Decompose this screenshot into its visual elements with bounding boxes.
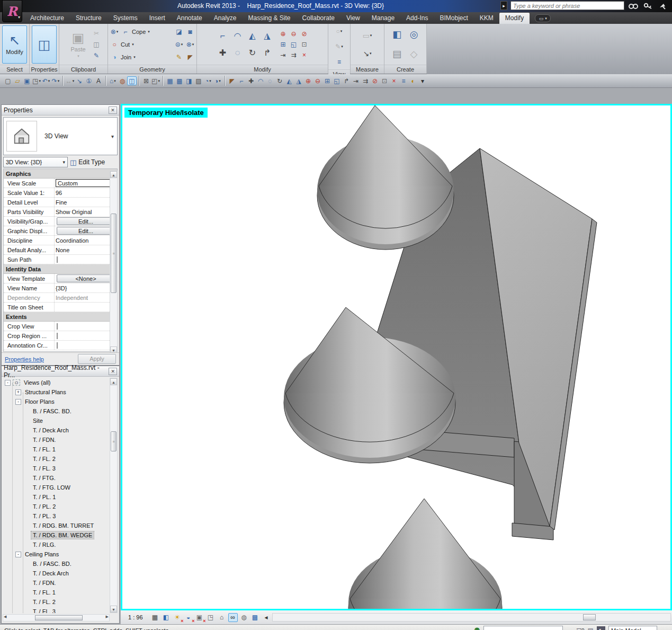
- property-value[interactable]: 96: [55, 190, 117, 196]
- infocenter-collapse-arrow-icon[interactable]: ▸: [500, 1, 507, 10]
- properties-scrollbar[interactable]: ▲ ≡ ▼: [110, 171, 118, 354]
- mirror-pick-qat-icon[interactable]: ◭: [284, 76, 294, 85]
- split-gap-qat-icon[interactable]: ⊖: [313, 76, 322, 85]
- section-header-extents[interactable]: Extents^: [4, 312, 117, 322]
- modify-button[interactable]: ↖Modify: [2, 25, 27, 64]
- move-qat-icon[interactable]: ✚: [246, 76, 256, 85]
- browser-scrollbar-thumb[interactable]: ≡: [111, 431, 117, 451]
- apply-button[interactable]: Apply: [78, 354, 116, 364]
- tree-item-label[interactable]: T. / FTG. LOW: [31, 484, 72, 491]
- override-graphics-brush-icon[interactable]: ✎▾: [335, 42, 344, 51]
- turret-roof-cone-top[interactable]: [317, 105, 454, 250]
- search-binoculars-icon[interactable]: [628, 1, 639, 10]
- active-workset-combobox[interactable]: [483, 626, 563, 630]
- tree-item-label[interactable]: T. / PL. 3: [31, 512, 57, 520]
- tree-item-label[interactable]: T. / FL. 1: [31, 589, 57, 596]
- ruler-icon[interactable]: ▭▾: [363, 31, 372, 40]
- show-crop-region-icon[interactable]: ◳: [206, 613, 216, 622]
- tree-item-label[interactable]: T. / FL. 3: [31, 465, 57, 472]
- close-icon[interactable]: ✕: [109, 368, 117, 375]
- trim-extend-corner-icon[interactable]: ↱: [261, 47, 274, 59]
- viewport-hscrollbar[interactable]: [272, 613, 671, 622]
- tree-item[interactable]: +Structural Plans: [2, 387, 119, 397]
- cut-icon[interactable]: ○: [110, 40, 119, 49]
- tree-item[interactable]: T. / RDG. BM. WEDGE: [2, 530, 119, 540]
- tree-item-label[interactable]: Ceiling Plans: [23, 551, 60, 558]
- scroll-up-icon[interactable]: ▲: [110, 171, 117, 178]
- property-value[interactable]: Edit...: [55, 227, 117, 235]
- mirror-draw-axis-icon[interactable]: ◮: [261, 30, 274, 42]
- tree-item-label[interactable]: Site: [31, 417, 44, 424]
- property-edit-button[interactable]: Edit...: [57, 227, 115, 235]
- locked-3d-view-icon[interactable]: ⌂: [217, 613, 227, 622]
- open-icon[interactable]: ▱: [13, 76, 22, 85]
- tree-item-label[interactable]: T. / FL. 2: [31, 455, 57, 463]
- tab-insert[interactable]: Insert: [144, 13, 171, 24]
- temporary-hide-lightbulb-icon[interactable]: ○▾: [335, 27, 344, 36]
- offset-icon[interactable]: ◠: [231, 30, 245, 42]
- offset-qat-icon[interactable]: ◠: [256, 76, 265, 85]
- redo-icon[interactable]: ↷▾: [51, 76, 60, 85]
- export-icon[interactable]: ◳▾: [32, 76, 41, 85]
- scroll-down-icon[interactable]: ▼: [110, 606, 117, 613]
- property-value[interactable]: Edit...: [55, 217, 117, 225]
- project-browser-header[interactable]: Harp_Residence_Roof_Mass.rvt - Pr... ✕: [2, 366, 119, 377]
- geometry-panel-label[interactable]: Geometry: [108, 65, 196, 74]
- tree-expander-icon[interactable]: +: [15, 389, 21, 395]
- copy-icon[interactable]: ◌: [231, 47, 245, 59]
- view-scale-button[interactable]: 1 : 96: [128, 614, 143, 620]
- paint-icon[interactable]: ✎: [174, 52, 184, 61]
- tab-analyze[interactable]: Analyze: [208, 13, 243, 24]
- move-icon[interactable]: ✚: [216, 47, 230, 59]
- design-options-combobox[interactable]: Main Model: [608, 626, 657, 630]
- communication-satellite-icon[interactable]: [657, 1, 669, 10]
- visual-style-icon[interactable]: ◧: [162, 613, 171, 622]
- tree-expander-icon[interactable]: -: [15, 399, 21, 405]
- trim-multiple-qat-icon[interactable]: ⇉: [361, 76, 370, 85]
- close-icon[interactable]: ✕: [109, 107, 117, 114]
- mirror-pick-axis-icon[interactable]: ◭: [246, 30, 259, 42]
- temporary-hide-isolate-icon[interactable]: ∞: [228, 613, 238, 622]
- visibility-graphics-icon[interactable]: ▦: [165, 76, 175, 85]
- tree-item[interactable]: -Floor Plans: [2, 397, 119, 406]
- property-checkbox[interactable]: [57, 333, 58, 339]
- worksets-icon[interactable]: ⚉: [474, 626, 480, 630]
- crop-view-icon[interactable]: ▣×: [195, 613, 204, 622]
- collapse-arrow-icon[interactable]: ◂: [262, 613, 271, 622]
- tree-item[interactable]: T. / FL. 1: [2, 445, 119, 454]
- cope-icon[interactable]: ⌐: [121, 27, 130, 36]
- tree-item[interactable]: T. / FL. 3: [2, 607, 119, 613]
- text-icon[interactable]: A: [94, 76, 103, 85]
- detail-level-icon[interactable]: ▦: [150, 613, 160, 622]
- tree-item-label[interactable]: T. / Deck Arch: [31, 570, 70, 577]
- edit-type-button[interactable]: ◫ Edit Type: [70, 158, 105, 166]
- trim-extend-single-icon[interactable]: ⇥: [279, 50, 288, 59]
- align-icon[interactable]: ⌐: [216, 30, 230, 42]
- property-value[interactable]: [55, 256, 117, 263]
- turret-roof-cone-bottom[interactable]: [348, 499, 502, 609]
- split-element-icon[interactable]: ⊕: [279, 29, 288, 38]
- ribbon-display-toggle-button[interactable]: ▭▾: [535, 14, 551, 22]
- tab-add-ins[interactable]: Add-Ins: [400, 13, 434, 24]
- undo-icon[interactable]: ↶▾: [41, 76, 51, 85]
- filter-icon[interactable]: ▽0: [577, 627, 585, 630]
- join-icon[interactable]: ◑: [110, 52, 119, 61]
- viewport-hscrollbar-thumb[interactable]: [583, 614, 596, 620]
- clipboard-panel-label[interactable]: Clipboard: [59, 65, 107, 74]
- tree-item-label[interactable]: B. / FASC. BD.: [31, 407, 73, 415]
- align-qat-icon[interactable]: ⌐: [237, 76, 246, 85]
- reveal-hidden-window-icon[interactable]: ◨: [184, 76, 194, 85]
- tag-by-category-icon[interactable]: ①: [84, 76, 94, 85]
- delete-icon[interactable]: ×: [300, 50, 309, 59]
- create-group-icon[interactable]: ▤: [389, 47, 405, 61]
- copy-qat-icon[interactable]: ◌: [265, 76, 275, 85]
- drawing-area-3d-view[interactable]: Temporary Hide/Isolate: [121, 104, 672, 610]
- geometry-join-button[interactable]: Join: [121, 54, 131, 60]
- qat-customize-caret-icon[interactable]: ▾: [418, 76, 427, 85]
- render-region-icon[interactable]: ▨: [194, 76, 203, 85]
- browser-hscrollbar-thumb[interactable]: [35, 615, 83, 620]
- aligned-dimension-icon[interactable]: ↘: [75, 76, 84, 85]
- tree-item[interactable]: T. / PL. 1: [2, 492, 119, 502]
- legend-component-icon[interactable]: ◧: [389, 27, 405, 42]
- application-menu-button[interactable]: R ▾: [2, 0, 22, 22]
